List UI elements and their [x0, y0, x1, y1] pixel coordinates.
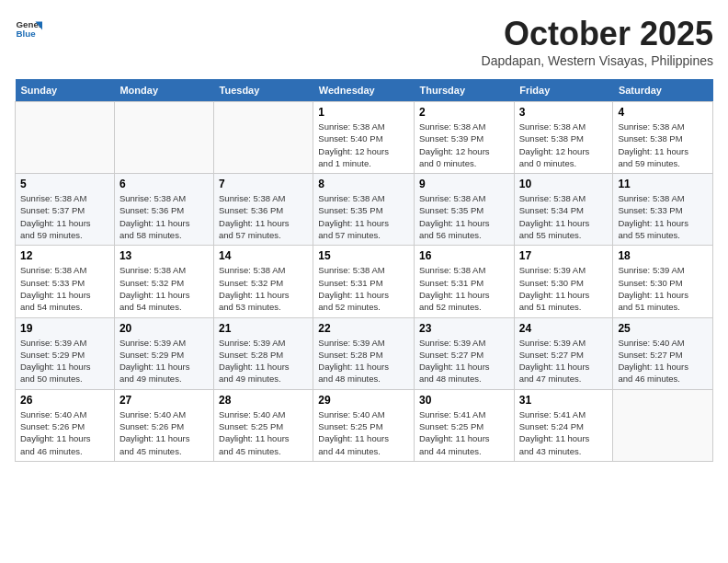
day-number: 28: [219, 394, 308, 407]
day-info: Sunrise: 5:38 AM Sunset: 5:35 PM Dayligh…: [419, 192, 509, 241]
calendar-cell: 29Sunrise: 5:40 AM Sunset: 5:25 PM Dayli…: [313, 389, 415, 461]
calendar-cell: 30Sunrise: 5:41 AM Sunset: 5:25 PM Dayli…: [415, 389, 515, 461]
calendar-week-row: 5Sunrise: 5:38 AM Sunset: 5:37 PM Daylig…: [16, 174, 713, 246]
calendar-cell: 16Sunrise: 5:38 AM Sunset: 5:31 PM Dayli…: [415, 246, 515, 317]
day-number: 21: [219, 322, 308, 335]
calendar-cell: 23Sunrise: 5:39 AM Sunset: 5:27 PM Dayli…: [415, 317, 515, 389]
calendar-cell: 3Sunrise: 5:38 AM Sunset: 5:38 PM Daylig…: [514, 102, 613, 174]
day-info: Sunrise: 5:39 AM Sunset: 5:29 PM Dayligh…: [119, 337, 209, 385]
day-number: 25: [618, 322, 708, 335]
day-info: Sunrise: 5:39 AM Sunset: 5:30 PM Dayligh…: [519, 264, 609, 313]
calendar-cell: 21Sunrise: 5:39 AM Sunset: 5:28 PM Dayli…: [214, 317, 313, 389]
calendar-cell: 14Sunrise: 5:38 AM Sunset: 5:32 PM Dayli…: [214, 246, 313, 317]
day-info: Sunrise: 5:38 AM Sunset: 5:31 PM Dayligh…: [318, 264, 409, 313]
calendar-cell: 13Sunrise: 5:38 AM Sunset: 5:32 PM Dayli…: [114, 246, 213, 317]
day-number: 9: [419, 178, 509, 190]
day-number: 2: [419, 106, 509, 119]
day-number: 7: [219, 178, 308, 190]
day-info: Sunrise: 5:38 AM Sunset: 5:39 PM Dayligh…: [419, 121, 509, 169]
calendar-cell: 19Sunrise: 5:39 AM Sunset: 5:29 PM Dayli…: [16, 317, 115, 389]
page-header: General Blue October 2025 Dapdapan, West…: [15, 15, 713, 68]
day-info: Sunrise: 5:39 AM Sunset: 5:30 PM Dayligh…: [618, 264, 708, 313]
calendar-cell: [613, 389, 713, 461]
calendar-cell: [114, 102, 213, 174]
weekday-header: Wednesday: [313, 79, 415, 102]
day-number: 26: [20, 394, 109, 407]
day-number: 29: [318, 394, 409, 407]
day-info: Sunrise: 5:40 AM Sunset: 5:25 PM Dayligh…: [318, 408, 409, 457]
calendar-cell: 8Sunrise: 5:38 AM Sunset: 5:35 PM Daylig…: [313, 174, 415, 246]
day-number: 16: [419, 249, 509, 262]
day-number: 17: [519, 249, 609, 262]
calendar-cell: 18Sunrise: 5:39 AM Sunset: 5:30 PM Dayli…: [613, 246, 713, 317]
day-info: Sunrise: 5:38 AM Sunset: 5:33 PM Dayligh…: [618, 192, 708, 241]
day-number: 10: [519, 178, 609, 190]
calendar-cell: 25Sunrise: 5:40 AM Sunset: 5:27 PM Dayli…: [613, 317, 713, 389]
day-info: Sunrise: 5:38 AM Sunset: 5:31 PM Dayligh…: [419, 264, 509, 313]
title-block: October 2025 Dapdapan, Western Visayas, …: [482, 15, 713, 68]
calendar-cell: 31Sunrise: 5:41 AM Sunset: 5:24 PM Dayli…: [514, 389, 613, 461]
day-info: Sunrise: 5:40 AM Sunset: 5:25 PM Dayligh…: [219, 408, 308, 457]
logo: General Blue: [15, 15, 42, 42]
day-info: Sunrise: 5:40 AM Sunset: 5:26 PM Dayligh…: [20, 408, 109, 457]
day-info: Sunrise: 5:38 AM Sunset: 5:40 PM Dayligh…: [318, 121, 409, 169]
svg-text:Blue: Blue: [17, 29, 37, 39]
calendar-cell: 22Sunrise: 5:39 AM Sunset: 5:28 PM Dayli…: [313, 317, 415, 389]
day-number: 3: [519, 106, 609, 119]
calendar-cell: 6Sunrise: 5:38 AM Sunset: 5:36 PM Daylig…: [114, 174, 213, 246]
weekday-header: Monday: [114, 79, 213, 102]
month-title: October 2025: [482, 15, 713, 53]
day-info: Sunrise: 5:38 AM Sunset: 5:36 PM Dayligh…: [119, 192, 209, 241]
calendar-cell: 27Sunrise: 5:40 AM Sunset: 5:26 PM Dayli…: [114, 389, 213, 461]
day-info: Sunrise: 5:38 AM Sunset: 5:33 PM Dayligh…: [20, 264, 109, 313]
day-info: Sunrise: 5:38 AM Sunset: 5:34 PM Dayligh…: [519, 192, 609, 241]
calendar-week-row: 12Sunrise: 5:38 AM Sunset: 5:33 PM Dayli…: [16, 246, 713, 317]
day-info: Sunrise: 5:39 AM Sunset: 5:27 PM Dayligh…: [519, 337, 609, 385]
day-number: 31: [519, 394, 609, 407]
day-info: Sunrise: 5:38 AM Sunset: 5:36 PM Dayligh…: [219, 192, 308, 241]
calendar-cell: 5Sunrise: 5:38 AM Sunset: 5:37 PM Daylig…: [16, 174, 115, 246]
weekday-header: Thursday: [415, 79, 515, 102]
calendar-cell: 7Sunrise: 5:38 AM Sunset: 5:36 PM Daylig…: [214, 174, 313, 246]
calendar-cell: 17Sunrise: 5:39 AM Sunset: 5:30 PM Dayli…: [514, 246, 613, 317]
calendar-table: SundayMondayTuesdayWednesdayThursdayFrid…: [15, 79, 713, 462]
calendar-cell: [214, 102, 313, 174]
day-number: 5: [20, 178, 109, 190]
day-info: Sunrise: 5:39 AM Sunset: 5:28 PM Dayligh…: [318, 337, 409, 385]
calendar-cell: 24Sunrise: 5:39 AM Sunset: 5:27 PM Dayli…: [514, 317, 613, 389]
calendar-week-row: 26Sunrise: 5:40 AM Sunset: 5:26 PM Dayli…: [16, 389, 713, 461]
day-number: 18: [618, 249, 708, 262]
day-info: Sunrise: 5:38 AM Sunset: 5:38 PM Dayligh…: [519, 121, 609, 169]
calendar-cell: 4Sunrise: 5:38 AM Sunset: 5:38 PM Daylig…: [613, 102, 713, 174]
day-number: 12: [20, 249, 109, 262]
weekday-header-row: SundayMondayTuesdayWednesdayThursdayFrid…: [16, 79, 713, 102]
day-info: Sunrise: 5:40 AM Sunset: 5:27 PM Dayligh…: [618, 337, 708, 385]
day-number: 13: [119, 249, 209, 262]
weekday-header: Saturday: [613, 79, 713, 102]
calendar-cell: 15Sunrise: 5:38 AM Sunset: 5:31 PM Dayli…: [313, 246, 415, 317]
day-number: 19: [20, 322, 109, 335]
location-subtitle: Dapdapan, Western Visayas, Philippines: [482, 53, 713, 68]
day-number: 8: [318, 178, 409, 190]
day-info: Sunrise: 5:41 AM Sunset: 5:25 PM Dayligh…: [419, 408, 509, 457]
day-info: Sunrise: 5:39 AM Sunset: 5:29 PM Dayligh…: [20, 337, 109, 385]
calendar-week-row: 19Sunrise: 5:39 AM Sunset: 5:29 PM Dayli…: [16, 317, 713, 389]
day-number: 30: [419, 394, 509, 407]
day-number: 6: [119, 178, 209, 190]
day-number: 23: [419, 322, 509, 335]
calendar-cell: 26Sunrise: 5:40 AM Sunset: 5:26 PM Dayli…: [16, 389, 115, 461]
logo-icon: General Blue: [15, 15, 42, 42]
calendar-week-row: 1Sunrise: 5:38 AM Sunset: 5:40 PM Daylig…: [16, 102, 713, 174]
calendar-cell: 9Sunrise: 5:38 AM Sunset: 5:35 PM Daylig…: [415, 174, 515, 246]
calendar-cell: [16, 102, 115, 174]
weekday-header: Tuesday: [214, 79, 313, 102]
day-number: 4: [618, 106, 708, 119]
calendar-cell: 1Sunrise: 5:38 AM Sunset: 5:40 PM Daylig…: [313, 102, 415, 174]
day-number: 15: [318, 249, 409, 262]
calendar-cell: 10Sunrise: 5:38 AM Sunset: 5:34 PM Dayli…: [514, 174, 613, 246]
day-number: 27: [119, 394, 209, 407]
day-number: 22: [318, 322, 409, 335]
day-info: Sunrise: 5:38 AM Sunset: 5:32 PM Dayligh…: [119, 264, 209, 313]
day-info: Sunrise: 5:39 AM Sunset: 5:27 PM Dayligh…: [419, 337, 509, 385]
calendar-cell: 20Sunrise: 5:39 AM Sunset: 5:29 PM Dayli…: [114, 317, 213, 389]
